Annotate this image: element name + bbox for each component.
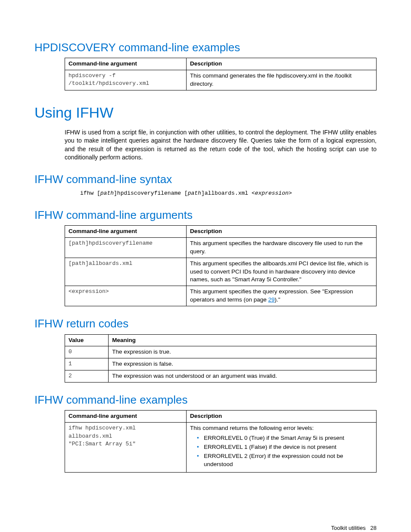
cell-argument: [path]hpdiscoveryfilename [65,237,187,258]
cell-argument: <expression> [65,286,187,306]
table-row: [path]hpdiscoveryfilename This argument … [65,237,377,258]
col-header-description: Description [186,226,376,238]
syntax-path: path [188,190,201,196]
cell-meaning: The expression was not understood or an … [109,370,377,383]
table-ifhw-arguments: Command-line argument Description [path]… [65,225,377,306]
cell-description: This argument specifies the allboards.xm… [186,258,376,286]
footer-page-number: 28 [371,525,377,531]
col-header-description: Description [186,58,376,70]
heading-ifhw-examples: IFHW command-line examples [34,392,377,408]
cell-argument: [path]allboards.xml [65,258,187,286]
col-header-argument: Command-line argument [65,411,187,423]
table-header-row: Command-line argument Description [65,411,377,423]
cell-text: hpdiscovery -f [68,72,115,79]
cell-value: 2 [65,370,109,383]
table-ifhw-return-codes: Value Meaning 0 The expression is true. … [65,334,377,383]
table-row: 2 The expression was not understood or a… [65,370,377,383]
table-header-row: Command-line argument Description [65,226,377,238]
syntax-text: ]hpdiscoveryfilename [ [114,190,188,196]
table-row: hpdiscovery -f /toolkit/hpdiscovery.xml … [65,70,377,90]
cell-description: This command returns the following error… [186,423,376,472]
col-header-value: Value [65,334,109,346]
cell-description: This argument specifies the query expres… [186,286,376,306]
list-item: ERRORLEVEL 1 (False) if the device is no… [197,443,373,451]
heading-ifhw-syntax: IFHW command-line syntax [34,171,377,187]
cell-text: ifhw hpdiscovery.xml allboards.xml [68,425,136,439]
table-row: 1 The expression is false. [65,358,377,370]
table-header-row: Command-line argument Description [65,58,377,70]
error-level-list: ERRORLEVEL 0 (True) if the Smart Array 5… [190,434,373,469]
cell-description: This command generates the file hpdiscov… [186,70,376,90]
syntax-text: ]allboards.xml < [201,190,255,196]
paragraph-ifhw-intro: IFHW is used from a script file, in conj… [65,128,377,162]
cell-description: This argument specifies the hardware dis… [186,237,376,258]
cell-intro: This command returns the following error… [190,425,314,431]
footer-label: Toolkit utilities [331,525,365,531]
cell-text: )." [275,296,280,303]
heading-using-ifhw: Using IFHW [34,103,377,123]
cell-argument: hpdiscovery -f /toolkit/hpdiscovery.xml [65,70,187,90]
cell-argument: ifhw hpdiscovery.xml allboards.xml "PCI:… [65,423,187,472]
table-row: 0 The expression is true. [65,346,377,358]
syntax-text: > [289,190,292,196]
cell-value: 0 [65,346,109,358]
syntax-line: ifhw [path]hpdiscoveryfilename [path]all… [80,190,377,197]
heading-hpdiscovery-examples: HPDISCOVERY command-line examples [34,40,377,55]
table-row: ifhw hpdiscovery.xml allboards.xml "PCI:… [65,423,377,472]
table-hpdiscovery-examples: Command-line argument Description hpdisc… [65,58,377,90]
list-item: ERRORLEVEL 2 (Error) if the expression c… [197,452,373,469]
col-header-meaning: Meaning [109,334,377,346]
cell-value: 1 [65,358,109,370]
page-footer: Toolkit utilities 28 [34,524,377,532]
col-header-description: Description [186,411,376,423]
cell-meaning: The expression is true. [109,346,377,358]
table-header-row: Value Meaning [65,334,377,346]
table-ifhw-examples: Command-line argument Description ifhw h… [65,410,377,472]
syntax-expression: expression [255,190,289,196]
heading-ifhw-arguments: IFHW command-line arguments [34,207,377,223]
table-row: [path]allboards.xml This argument specif… [65,258,377,286]
cell-text: /toolkit/hpdiscovery.xml [68,80,149,87]
table-row: <expression> This argument specifies the… [65,286,377,306]
list-item: ERRORLEVEL 0 (True) if the Smart Array 5… [197,434,373,442]
heading-ifhw-return-codes: IFHW return codes [34,316,377,331]
cell-meaning: The expression is false. [109,358,377,370]
col-header-argument: Command-line argument [65,58,187,70]
col-header-argument: Command-line argument [65,226,187,238]
page-link-29[interactable]: 29 [268,296,275,303]
syntax-text: ifhw [ [80,190,100,196]
cell-text: "PCI:Smart Array 5i" [68,441,136,447]
syntax-path: path [100,190,114,196]
